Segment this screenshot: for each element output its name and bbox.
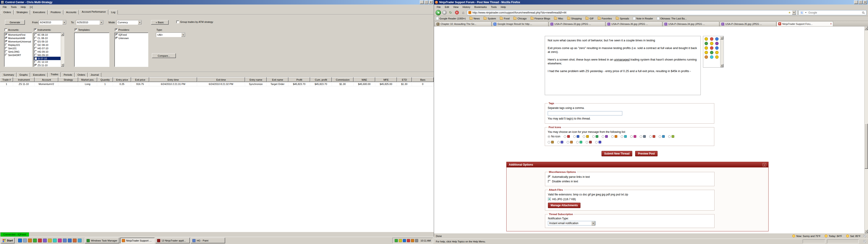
account-list-item[interactable]: SimSHORT [4, 53, 32, 57]
instruments-scrollbar[interactable]: ▲ ▼ [61, 33, 64, 67]
cc-title-bar[interactable]: Control Center - Chris Multi-Strategy _ … [0, 0, 434, 4]
cc-close-button[interactable]: × [429, 0, 433, 4]
instrument-list-item[interactable]: NG 09-10 [34, 53, 61, 57]
cc-tab[interactable]: Accounts [64, 10, 79, 14]
page-scrollbar[interactable]: ▲ ▼ [864, 26, 868, 233]
checkbox-icon[interactable] [34, 33, 37, 36]
checkbox-icon[interactable] [115, 28, 118, 31]
checkbox-icon[interactable] [115, 33, 118, 36]
accounts-filter-header[interactable]: Accounts: [4, 28, 19, 31]
cc-menu-item[interactable]: Help [19, 5, 28, 9]
weather-entry[interactable]: Now: Sunny and 75°F [792, 235, 820, 238]
radio-icon[interactable] [668, 135, 671, 138]
account-list-item[interactable]: MomentumIHM [4, 36, 32, 40]
smiley-icon[interactable] [710, 46, 713, 50]
taskbar-window-button[interactable]: Windows Task Manager [85, 238, 119, 243]
browser-tab[interactable]: I USA-P-Okinawa-34.jpg (JPEG ... × [663, 22, 719, 26]
cc-minimize-button[interactable]: _ [420, 0, 424, 4]
weather-entry[interactable]: Sat: 85°F [846, 235, 861, 238]
result-tab[interactable]: Summary [1, 72, 17, 77]
instrument-list-item[interactable]: CL 08-10 [34, 36, 61, 40]
chevron-down-icon[interactable]: ▼ [62, 20, 66, 24]
instrument-list-item[interactable]: SI 07-10 [34, 57, 61, 60]
bookmark-item[interactable]: Chicago [513, 17, 526, 20]
smiley-icon[interactable] [705, 55, 708, 59]
chevron-down-icon[interactable]: ▼ [138, 20, 142, 24]
bookmark-item[interactable]: Food [500, 17, 509, 20]
post-icon-option[interactable] [576, 141, 582, 144]
url-input[interactable] [472, 11, 787, 14]
checkbox-icon[interactable] [34, 61, 37, 63]
post-icon[interactable] [596, 135, 598, 138]
radio-icon[interactable] [576, 141, 579, 144]
scrollbar-thumb[interactable] [865, 124, 868, 169]
column-header[interactable]: Bars [412, 77, 434, 82]
quick-launch-icon[interactable] [33, 239, 37, 242]
checkbox-icon[interactable] [5, 33, 7, 36]
column-header[interactable]: MFE [375, 77, 397, 82]
post-icon-option[interactable] [649, 135, 655, 138]
checkbox-icon[interactable] [5, 37, 7, 39]
bookmark-item[interactable]: Favorites [598, 17, 612, 20]
column-header[interactable]: MAE [353, 77, 375, 82]
manage-attachments-button[interactable]: Manage Attachments [548, 203, 581, 208]
post-icon-option[interactable] [611, 135, 617, 138]
account-list-item[interactable]: SimLONG [4, 50, 32, 53]
column-header[interactable]: Exit price [131, 77, 149, 82]
result-tab[interactable]: Trades [48, 72, 61, 77]
checkbox-icon[interactable] [34, 40, 37, 43]
post-icon-option[interactable] [595, 141, 601, 144]
mode-dropdown[interactable]: Currency ▼ [117, 20, 142, 25]
browser-tab[interactable]: I USA-P-Okinawa-35.jpg (JPEG ... × [720, 22, 776, 26]
column-header[interactable]: Entry price [113, 77, 131, 82]
chevron-down-icon[interactable]: ▼ [591, 221, 595, 225]
scroll-up-icon[interactable]: ▲ [720, 36, 723, 39]
bookmark-item[interactable]: System [484, 17, 496, 20]
column-header[interactable]: Trade # [0, 77, 13, 82]
result-tab[interactable]: Executions [31, 72, 48, 77]
forward-button[interactable]: ▶ [442, 10, 447, 15]
post-icon[interactable] [598, 141, 601, 144]
cc-maximize-button[interactable]: □ [424, 0, 428, 4]
post-icon-option[interactable] [592, 135, 598, 138]
collapse-icon[interactable]: ▲ [763, 163, 766, 166]
smiley-icon[interactable] [715, 42, 719, 45]
templates-list[interactable] [74, 33, 110, 67]
bookmark-star-icon[interactable]: ★ [788, 11, 791, 14]
quick-launch-icon[interactable] [48, 239, 52, 242]
unmanaged-link-text[interactable]: unmanaged [614, 58, 630, 61]
column-header[interactable]: Instrument [13, 77, 35, 82]
radio-icon[interactable] [649, 135, 652, 138]
refresh-button[interactable]: ↻ [448, 10, 453, 15]
post-icon-option[interactable] [586, 141, 592, 144]
radio-icon[interactable] [583, 135, 585, 138]
quick-launch-icon[interactable] [68, 239, 72, 242]
column-header[interactable]: Strategy [58, 77, 78, 82]
quick-launch-icon[interactable] [18, 239, 22, 242]
radio-icon[interactable] [640, 135, 642, 138]
checkbox-icon[interactable] [176, 21, 179, 23]
column-header[interactable]: Entry time [149, 77, 197, 82]
post-icon[interactable] [589, 141, 592, 144]
radio-icon[interactable] [567, 141, 569, 144]
smiley-icon[interactable] [710, 55, 713, 59]
home-button[interactable]: ⌂ [461, 10, 466, 15]
search-engine-dropdown-icon[interactable]: ▼ [804, 11, 807, 14]
preview-post-button[interactable]: Preview Post [635, 151, 657, 156]
checkbox-icon[interactable] [5, 40, 7, 43]
instrument-list-item[interactable]: HG 07-10 [34, 47, 61, 50]
smilies-scrollbar[interactable]: ▲ ▼ [720, 36, 723, 67]
basic-toggle-button[interactable]: « Basic [151, 20, 168, 25]
taskbar-window-button[interactable]: 13 NinjaTrader appli... [156, 238, 190, 243]
bookmark-item[interactable]: Note in Reader [633, 17, 653, 20]
radio-icon[interactable] [621, 135, 623, 138]
attached-file-row[interactable]: HG.JPG (116.7 KB) [548, 197, 712, 201]
post-icon[interactable] [662, 135, 665, 138]
type-dropdown[interactable]: <All> ▼ [156, 33, 185, 37]
instrument-list-item[interactable]: 6C 08-10 [34, 33, 61, 36]
stop-button[interactable]: × [454, 10, 459, 15]
checkbox-icon[interactable] [5, 43, 7, 46]
ff-close-button[interactable]: × [863, 0, 867, 4]
smiley-icon[interactable] [705, 37, 708, 41]
back-button[interactable]: ◀ [436, 10, 441, 16]
